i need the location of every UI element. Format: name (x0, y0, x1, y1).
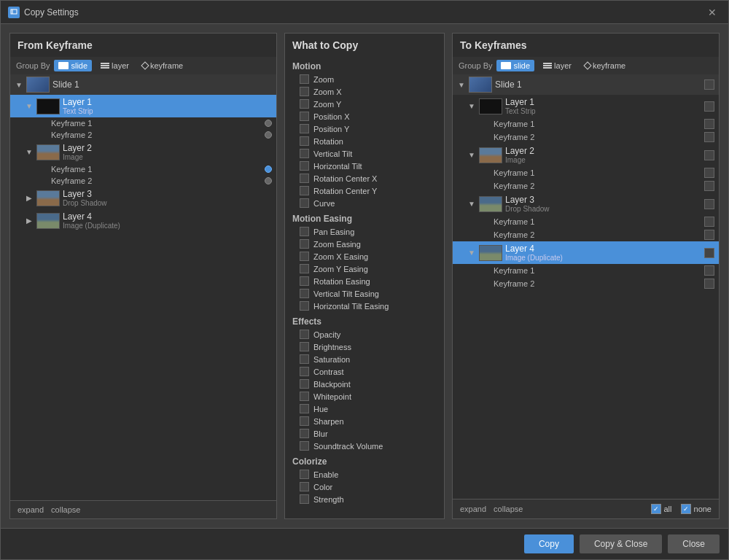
all-checkbox[interactable] (651, 504, 661, 514)
position-x-checkbox[interactable] (300, 112, 309, 121)
copy-item-saturation[interactable]: Saturation (285, 353, 444, 365)
strength-checkbox[interactable] (300, 494, 309, 504)
position-y-checkbox[interactable] (300, 124, 309, 133)
from-layer2-collapse[interactable]: ▼ (25, 148, 34, 157)
to-tab-layer[interactable]: layer (539, 60, 576, 71)
to-layer-1[interactable]: ▼ Layer 1 Text Strip (453, 95, 719, 117)
to-layer1-check[interactable] (704, 101, 714, 112)
close-icon[interactable]: ✕ (703, 5, 721, 20)
saturation-checkbox[interactable] (300, 354, 309, 364)
from-layer4-expand[interactable]: ▶ (25, 217, 34, 225)
opacity-checkbox[interactable] (300, 330, 309, 339)
from-collapse-link[interactable]: collapse (51, 505, 80, 514)
curve-checkbox[interactable] (300, 198, 309, 208)
to-layer2-collapse[interactable]: ▼ (467, 151, 476, 160)
enable-checkbox[interactable] (300, 470, 309, 479)
copy-item-pan-easing[interactable]: Pan Easing (285, 225, 444, 238)
copy-item-zoom-y[interactable]: Zoom Y (285, 98, 444, 110)
copy-item-vertical-tilt-easing[interactable]: Vertical Tilt Easing (285, 287, 444, 300)
copy-item-opacity[interactable]: Opacity (285, 328, 444, 341)
from-layer-4[interactable]: ▶ Layer 4 Image (Duplicate) (10, 209, 276, 232)
from-layer3-expand[interactable]: ▶ (25, 194, 34, 203)
copy-item-position-y[interactable]: Position Y (285, 122, 444, 135)
what-to-copy-content[interactable]: Motion Zoom Zoom X Zoom Y Position X Pos… (285, 57, 444, 518)
rotation-checkbox[interactable] (300, 136, 309, 146)
zoom-y-easing-checkbox[interactable] (300, 264, 309, 273)
copy-item-blur[interactable]: Blur (285, 427, 444, 440)
rotation-center-x-checkbox[interactable] (300, 174, 309, 183)
zoom-checkbox[interactable] (300, 74, 309, 84)
pan-easing-checkbox[interactable] (300, 227, 309, 236)
copy-item-strength[interactable]: Strength (285, 493, 444, 505)
to-slide-collapse-btn[interactable]: ▼ (457, 80, 466, 89)
copy-item-blackpoint[interactable]: Blackpoint (285, 378, 444, 390)
copy-item-rotation-center-x[interactable]: Rotation Center X (285, 172, 444, 184)
copy-item-contrast[interactable]: Contrast (285, 365, 444, 378)
copy-item-vertical-tilt[interactable]: Vertical Tilt (285, 147, 444, 160)
copy-item-soundtrack-volume[interactable]: Soundtrack Volume (285, 440, 444, 452)
to-layer2-kf2-check[interactable] (704, 181, 714, 191)
copy-item-rotation[interactable]: Rotation (285, 135, 444, 147)
copy-item-zoom-y-easing[interactable]: Zoom Y Easing (285, 262, 444, 275)
from-layer1-collapse[interactable]: ▼ (25, 102, 34, 111)
to-layer3-kf1-check[interactable] (704, 217, 714, 227)
to-layer1-collapse[interactable]: ▼ (467, 102, 476, 111)
copy-item-zoom-x-easing[interactable]: Zoom X Easing (285, 250, 444, 262)
rotation-center-y-checkbox[interactable] (300, 186, 309, 195)
from-tab-slide[interactable]: slide (54, 60, 92, 71)
to-layer4-kf2-check[interactable] (704, 279, 714, 289)
contrast-checkbox[interactable] (300, 367, 309, 376)
copy-item-zoom-x[interactable]: Zoom X (285, 85, 444, 98)
zoom-x-checkbox[interactable] (300, 87, 309, 96)
to-layer2-check[interactable] (704, 150, 714, 160)
copy-item-zoom[interactable]: Zoom (285, 73, 444, 85)
to-tab-keyframe[interactable]: keyframe (580, 60, 630, 71)
brightness-checkbox[interactable] (300, 342, 309, 351)
from-panel-content[interactable]: ▼ Slide 1 ▼ Layer 1 Text Strip (10, 74, 276, 500)
rotation-easing-checkbox[interactable] (300, 276, 309, 286)
to-layer-4[interactable]: ▼ Layer 4 Image (Duplicate) (453, 241, 719, 264)
from-layer-2[interactable]: ▼ Layer 2 Image (10, 141, 276, 163)
from-tab-layer[interactable]: layer (96, 60, 133, 71)
to-panel-content[interactable]: ▼ Slide 1 ▼ Layer 1 Text Strip (453, 74, 719, 499)
whitepoint-checkbox[interactable] (300, 392, 309, 401)
copy-item-position-x[interactable]: Position X (285, 110, 444, 122)
to-layer3-collapse[interactable]: ▼ (467, 200, 476, 209)
close-button[interactable]: Close (668, 534, 720, 553)
to-expand-link[interactable]: expand (460, 505, 486, 513)
copy-item-horizontal-tilt[interactable]: Horizontal Tilt (285, 160, 444, 172)
to-layer4-check[interactable] (704, 248, 714, 258)
hue-checkbox[interactable] (300, 404, 309, 413)
zoom-y-checkbox[interactable] (300, 99, 309, 109)
zoom-x-easing-checkbox[interactable] (300, 252, 309, 261)
from-slide-collapse-btn[interactable]: ▼ (15, 80, 23, 89)
to-layer1-kf1-check[interactable] (704, 119, 714, 129)
copy-item-zoom-easing[interactable]: Zoom Easing (285, 238, 444, 250)
from-expand-link[interactable]: expand (17, 505, 44, 514)
to-layer2-kf1-check[interactable] (704, 168, 714, 178)
to-tab-slide[interactable]: slide (496, 60, 534, 71)
soundtrack-volume-checkbox[interactable] (300, 441, 309, 451)
blackpoint-checkbox[interactable] (300, 379, 309, 389)
vertical-tilt-easing-checkbox[interactable] (300, 289, 309, 298)
copy-item-rotation-easing[interactable]: Rotation Easing (285, 275, 444, 287)
copy-item-brightness[interactable]: Brightness (285, 341, 444, 353)
sharpen-checkbox[interactable] (300, 416, 309, 426)
copy-close-button[interactable]: Copy & Close (580, 534, 662, 553)
copy-item-rotation-center-y[interactable]: Rotation Center Y (285, 184, 444, 197)
copy-item-sharpen[interactable]: Sharpen (285, 415, 444, 427)
from-layer-1[interactable]: ▼ Layer 1 Text Strip (10, 95, 276, 117)
zoom-easing-checkbox[interactable] (300, 239, 309, 249)
color-checkbox[interactable] (300, 482, 309, 491)
copy-item-whitepoint[interactable]: Whitepoint (285, 390, 444, 402)
copy-button[interactable]: Copy (524, 534, 574, 553)
copy-item-enable[interactable]: Enable (285, 468, 444, 481)
from-layer-3[interactable]: ▶ Layer 3 Drop Shadow (10, 187, 276, 209)
vertical-tilt-checkbox[interactable] (300, 149, 309, 158)
to-layer4-collapse[interactable]: ▼ (467, 249, 476, 257)
to-layer4-kf1-check[interactable] (704, 265, 714, 276)
horizontal-tilt-easing-checkbox[interactable] (300, 301, 309, 311)
blur-checkbox[interactable] (300, 429, 309, 438)
to-layer3-check[interactable] (704, 199, 714, 209)
copy-item-curve[interactable]: Curve (285, 197, 444, 209)
